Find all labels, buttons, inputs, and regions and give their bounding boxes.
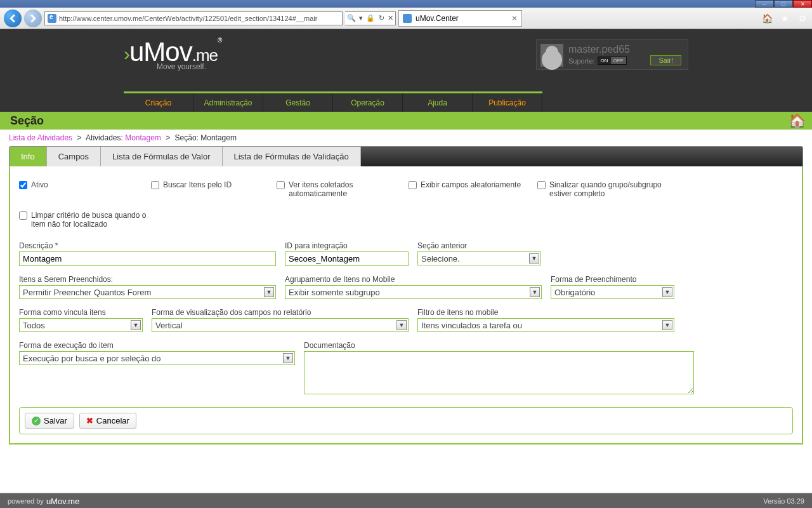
footer: powered by uMov.me Versão 03.29 (0, 493, 812, 508)
cancel-button[interactable]: ✖Cancelar (79, 413, 136, 429)
field-descricao: Descrição * (19, 241, 276, 266)
favorites-icon[interactable]: ★ (779, 13, 790, 24)
address-bar[interactable]: http://www.center.umov.me/CenterWeb/acti… (44, 11, 343, 25)
footer-brand: uMov.me (46, 497, 80, 506)
x-icon: ✖ (86, 416, 93, 425)
chk-sinal[interactable]: Sinalizar quando grupo/subgrupo estiver … (537, 180, 677, 198)
user-pod: master.ped65 Suporte: ONOFF Sair! (536, 39, 688, 70)
window-titlebar: ─ □ ✕ (0, 0, 812, 8)
field-forma-preench: Forma de Preenchimento Obrigatório▼ (551, 275, 674, 299)
logo: ›uMov.me® Move yourself. (124, 37, 221, 71)
browser-tab[interactable]: uMov.Center ✕ (398, 10, 522, 27)
footer-version: Versão 03.29 (763, 497, 804, 505)
search-icon[interactable]: 🔍 (347, 14, 356, 22)
nav-criacao[interactable]: Criação (124, 93, 193, 112)
bc-secao: Seção: Montagem (175, 133, 237, 142)
chevron-down-icon: ▼ (396, 320, 407, 330)
field-idint: ID para integração (285, 241, 409, 266)
tab-formulas-valor[interactable]: Lista de Fórmulas de Valor (101, 147, 222, 166)
user-name: master.ped65 (568, 44, 630, 55)
chevron-down-icon: ▼ (662, 320, 672, 330)
back-button[interactable] (4, 10, 22, 27)
form-panel: Ativo Buscar Itens pelo ID Ver itens col… (9, 166, 803, 444)
tab-strip: Info Campos Lista de Fórmulas de Valor L… (9, 146, 803, 166)
chk-ativo[interactable]: Ativo (19, 180, 146, 198)
window-minimize[interactable]: ─ (755, 0, 774, 8)
home-icon[interactable]: 🏠 (761, 13, 773, 24)
ie-favicon-icon (48, 14, 56, 23)
tab-campos[interactable]: Campos (47, 147, 101, 166)
section-home-icon[interactable]: 🏠 (789, 113, 806, 130)
tools-icon[interactable]: ⚙ (797, 13, 808, 24)
field-itens: Itens a Serem Preenchidos: Permitir Pree… (19, 275, 276, 299)
avatar (540, 44, 563, 67)
chk-buscar[interactable]: Buscar Itens pelo ID (151, 180, 272, 198)
forward-button[interactable] (24, 10, 42, 27)
chevron-down-icon: ▼ (131, 320, 141, 330)
support-toggle[interactable]: ONOFF (598, 57, 627, 65)
chk-limpar[interactable]: Limpar critério de busca quando o item n… (19, 211, 152, 229)
select-filtro[interactable]: Itens vinculados a tarefa ou▼ (417, 318, 674, 332)
window-close[interactable]: ✕ (793, 0, 812, 8)
top-nav: Criação Administração Gestão Operação Aj… (124, 91, 542, 112)
input-descricao[interactable] (19, 251, 276, 266)
chevron-down-icon: ▼ (264, 287, 274, 297)
button-bar: ✓Salvar ✖Cancelar (19, 407, 793, 434)
chevron-down-icon: ▼ (530, 287, 540, 297)
tab-formulas-validacao[interactable]: Lista de Fórmulas de Validação (223, 147, 361, 166)
select-forma-preench[interactable]: Obrigatório▼ (551, 285, 674, 299)
nav-operacao[interactable]: Operação (333, 93, 403, 112)
select-forma-vinc[interactable]: Todos▼ (19, 318, 143, 332)
tab-close-icon[interactable]: ✕ (511, 14, 518, 23)
nav-ajuda[interactable]: Ajuda (403, 93, 473, 112)
input-idint[interactable] (285, 251, 409, 266)
refresh-icon[interactable]: ↻ (379, 14, 384, 22)
select-forma-exec[interactable]: Execução por busca e por seleção do▼ (19, 351, 295, 365)
tab-favicon-icon (403, 14, 412, 23)
breadcrumb: Lista de Atividades > Atividades: Montag… (0, 130, 812, 146)
field-forma-vinc: Forma como vincula itens Todos▼ (19, 308, 143, 332)
nav-admin[interactable]: Administração (193, 93, 263, 112)
window-maximize[interactable]: □ (774, 0, 793, 8)
chk-ver[interactable]: Ver itens coletados automaticamente (277, 180, 403, 198)
tab-info[interactable]: Info (10, 147, 47, 166)
chevron-down-icon: ▼ (283, 353, 293, 363)
select-forma-vis[interactable]: Vertical▼ (152, 318, 409, 332)
stop-icon[interactable]: ✕ (388, 14, 393, 22)
chevron-down-icon: ▼ (662, 287, 672, 297)
field-forma-exec: Forma de execução do item Execução por b… (19, 341, 295, 394)
nav-gestao[interactable]: Gestão (263, 93, 333, 112)
chevron-down-icon: ▼ (529, 253, 539, 264)
url-controls[interactable]: 🔍▾ 🔒 ↻ ✕ (345, 11, 396, 25)
bc-atividades: Atividades: (86, 133, 123, 142)
select-secant[interactable]: Selecione.▼ (417, 251, 541, 265)
field-forma-vis: Forma de visualização dos campos no rela… (152, 308, 409, 332)
chk-exibir[interactable]: Exibir campos aleatoriamente (409, 180, 532, 198)
footer-powered: powered by (8, 497, 44, 505)
app-header: ›uMov.me® Move yourself. master.ped65 Su… (0, 29, 812, 112)
section-bar: Seção 🏠 (0, 112, 812, 130)
field-secant: Seção anterior Selecione.▼ (417, 241, 541, 266)
bc-lista[interactable]: Lista de Atividades (9, 133, 72, 142)
browser-toolbar: http://www.center.umov.me/CenterWeb/acti… (0, 8, 812, 29)
tab-title: uMov.Center (416, 14, 459, 23)
lock-icon: 🔒 (366, 14, 375, 22)
support-label: Suporte: (568, 57, 595, 65)
save-button[interactable]: ✓Salvar (25, 413, 74, 429)
select-agrup[interactable]: Exibir somente subgrupo▼ (285, 285, 542, 299)
logout-button[interactable]: Sair! (650, 55, 681, 65)
field-doc: Documentação (304, 341, 694, 394)
field-agrup: Agrupamento de Itens no Mobile Exibir so… (285, 275, 542, 299)
textarea-doc[interactable] (304, 351, 694, 394)
section-title: Seção (10, 114, 44, 128)
field-filtro: Filtro de itens no mobile Itens vinculad… (417, 308, 674, 332)
select-itens[interactable]: Permitir Preencher Quantos Forem▼ (19, 285, 276, 299)
bc-montagem[interactable]: Montagem (125, 133, 161, 142)
check-icon: ✓ (32, 417, 41, 425)
url-text: http://www.center.umov.me/CenterWeb/acti… (59, 15, 317, 22)
nav-publicacao[interactable]: Publicação (473, 93, 542, 112)
